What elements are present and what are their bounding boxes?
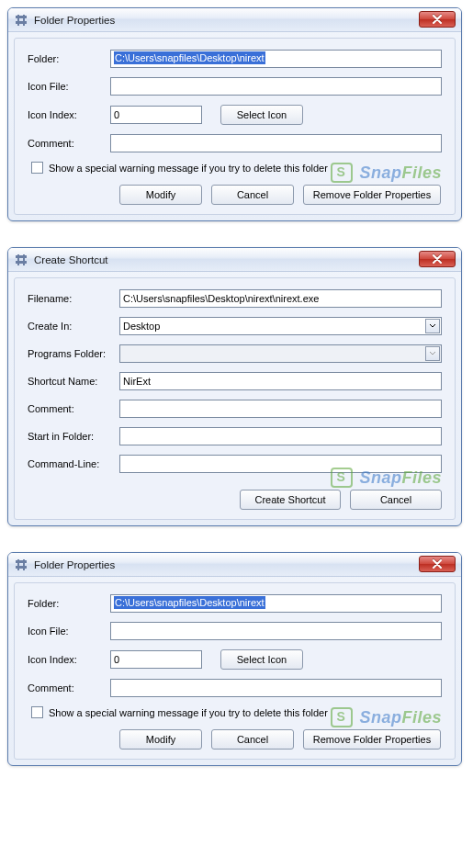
modify-button[interactable]: Modify — [119, 729, 202, 750]
svg-rect-9 — [16, 566, 27, 569]
cancel-button[interactable]: Cancel — [350, 490, 442, 510]
iconfile-label: Icon File: — [28, 81, 110, 92]
cmdline-input[interactable] — [119, 455, 442, 473]
programsfolder-select — [119, 344, 442, 363]
titlebar[interactable]: Folder Properties — [8, 553, 461, 577]
folder-label: Folder: — [28, 53, 110, 64]
folder-properties-window: Folder Properties Folder: C:\Users\snapf… — [7, 7, 462, 221]
createin-label: Create In: — [28, 321, 119, 332]
startin-input[interactable] — [119, 427, 442, 445]
iconindex-input[interactable] — [110, 650, 202, 669]
content-frame: Folder: C:\Users\snapfiles\Desktop\nirex… — [14, 38, 456, 215]
svg-rect-3 — [23, 15, 25, 26]
window-title: Folder Properties — [34, 559, 115, 570]
remove-properties-button[interactable]: Remove Folder Properties — [303, 185, 441, 205]
svg-rect-4 — [16, 255, 27, 258]
close-button[interactable] — [419, 556, 456, 572]
filename-input[interactable] — [119, 289, 442, 308]
svg-rect-5 — [16, 261, 27, 264]
svg-rect-7 — [23, 254, 25, 265]
svg-rect-8 — [16, 560, 27, 563]
createin-value: Desktop — [123, 321, 160, 332]
cmdline-label: Command-Line: — [28, 458, 119, 469]
warning-checkbox[interactable] — [31, 706, 43, 718]
iconindex-label: Icon Index: — [28, 109, 110, 120]
shortcutname-input[interactable] — [119, 372, 442, 390]
filename-label: Filename: — [28, 293, 119, 304]
folder-properties-window-2: Folder Properties Folder: C:\Users\snapf… — [7, 552, 462, 766]
content-frame: Folder: C:\Users\snapfiles\Desktop\nirex… — [14, 582, 456, 760]
cancel-button[interactable]: Cancel — [211, 729, 294, 750]
comment-input[interactable] — [110, 679, 442, 697]
comment-label: Comment: — [28, 138, 110, 149]
app-icon — [14, 13, 28, 28]
close-button[interactable] — [419, 251, 456, 267]
close-button[interactable] — [419, 11, 456, 28]
svg-rect-6 — [17, 254, 19, 265]
startin-label: Start in Folder: — [28, 431, 119, 442]
svg-rect-1 — [16, 21, 27, 24]
remove-properties-button[interactable]: Remove Folder Properties — [303, 729, 441, 750]
svg-rect-2 — [17, 15, 19, 26]
warning-checkbox[interactable] — [31, 162, 43, 174]
iconindex-input[interactable] — [110, 106, 202, 124]
folder-field-holder: C:\Users\snapfiles\Desktop\nirext — [110, 50, 442, 68]
cancel-button[interactable]: Cancel — [211, 185, 294, 205]
app-icon — [14, 558, 28, 572]
folder-input[interactable] — [110, 50, 442, 68]
folder-label: Folder: — [28, 598, 110, 609]
content-frame: Filename: Create In: Desktop Programs Fo… — [14, 277, 456, 520]
svg-rect-10 — [17, 559, 19, 570]
iconindex-label: Icon Index: — [28, 654, 110, 665]
titlebar[interactable]: Create Shortcut — [8, 248, 461, 272]
select-icon-button[interactable]: Select Icon — [220, 105, 303, 125]
comment-input[interactable] — [119, 400, 442, 418]
warning-checkbox-label: Show a special warning message if you tr… — [49, 707, 328, 718]
shortcutname-label: Shortcut Name: — [28, 376, 119, 387]
programsfolder-label: Programs Folder: — [28, 348, 119, 359]
svg-rect-11 — [23, 559, 25, 570]
iconfile-input[interactable] — [110, 622, 442, 640]
iconfile-label: Icon File: — [28, 626, 110, 637]
dropdown-arrow-icon — [425, 319, 440, 333]
titlebar[interactable]: Folder Properties — [8, 8, 461, 32]
comment-input[interactable] — [110, 134, 442, 152]
createin-select[interactable]: Desktop — [119, 317, 442, 335]
window-title: Create Shortcut — [34, 254, 108, 265]
create-shortcut-button[interactable]: Create Shortcut — [240, 490, 341, 510]
create-shortcut-window: Create Shortcut Filename: Create In: Des… — [7, 247, 462, 526]
folder-field-holder: C:\Users\snapfiles\Desktop\nirext — [110, 594, 442, 613]
comment-label: Comment: — [28, 403, 119, 414]
iconfile-input[interactable] — [110, 77, 442, 96]
app-icon — [14, 253, 28, 267]
comment-label: Comment: — [28, 682, 110, 693]
window-title: Folder Properties — [34, 15, 115, 26]
folder-input[interactable] — [110, 594, 442, 613]
warning-checkbox-label: Show a special warning message if you tr… — [49, 163, 328, 174]
dropdown-arrow-icon — [425, 346, 440, 361]
modify-button[interactable]: Modify — [119, 185, 202, 205]
svg-rect-0 — [16, 16, 27, 18]
select-icon-button[interactable]: Select Icon — [220, 649, 303, 670]
